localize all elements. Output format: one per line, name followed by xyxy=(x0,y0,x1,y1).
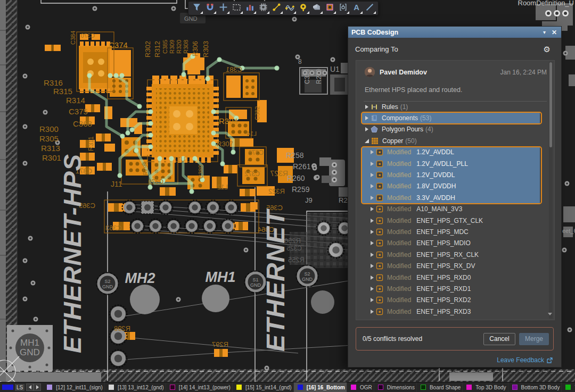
layer-tab[interactable]: [16] 16_Bottom xyxy=(294,382,347,392)
layer-tab[interactable]: Bottom 3D Body xyxy=(508,382,562,392)
collapsed-arrow-icon[interactable] xyxy=(371,276,374,280)
pcb-ref-label: R258 xyxy=(286,151,304,160)
tree-group-rules[interactable]: Rules(1) xyxy=(356,101,554,112)
toolbar-button[interactable] xyxy=(363,2,376,14)
tree-group-copper[interactable]: Copper(50) xyxy=(356,135,554,146)
collapsed-arrow-icon[interactable] xyxy=(371,150,374,154)
layer-tab[interactable]: To xyxy=(562,382,575,392)
layer-sets-button[interactable]: LS xyxy=(15,384,24,391)
pcb-ref-label: R255 xyxy=(288,256,305,264)
silkscreen-big-label: ETHERNET xyxy=(261,208,290,352)
collapsed-arrow-icon[interactable] xyxy=(365,116,368,120)
tree-item-ENET_HPS_RX_CLK[interactable]: ModifiedENET_HPS_RX_CLK xyxy=(356,249,554,260)
tree-item-1.8V_DVDDH[interactable]: Modified1.8V_DVDDH xyxy=(356,181,554,192)
collapsed-arrow-icon[interactable] xyxy=(371,184,374,188)
comparing-to-label: Comparing To xyxy=(355,45,544,53)
tree-item-ENET_HPS_RXD1[interactable]: ModifiedENET_HPS_RXD1 xyxy=(356,283,554,294)
pcb-ref-label: R259 xyxy=(292,185,310,194)
toolbar-button[interactable] xyxy=(243,2,257,14)
tree-item-1.2V_AVDDL[interactable]: Modified1.2V_AVDDL xyxy=(356,147,554,158)
item-status: Modified xyxy=(387,194,411,202)
layer-tab[interactable]: OGR xyxy=(347,382,374,392)
collapsed-arrow-icon[interactable] xyxy=(371,241,374,245)
comparison-tree: Rules(1)Components(53)Polygon Pours(4)Co… xyxy=(356,101,554,320)
layer-tab[interactable]: [15] 15_int14_(gnd) xyxy=(233,382,294,392)
item-net-name: ENET_HPS_RXD2 xyxy=(416,296,471,304)
tree-group-components[interactable]: Components(53) xyxy=(356,112,554,123)
scrollbar[interactable] xyxy=(549,62,553,319)
dropdown-corner-icon xyxy=(347,11,349,14)
panel-close-icon[interactable]: ✕ xyxy=(552,29,557,36)
scrollbar-thumb[interactable] xyxy=(549,62,552,147)
tree-item-ENET_HPS_RXD3[interactable]: ModifiedENET_HPS_RXD3 xyxy=(356,306,554,317)
pcb-ref-label: C368 xyxy=(73,119,92,128)
panel-header[interactable]: PCB CoDesign ▾ ✕ xyxy=(348,27,561,38)
tree-item-ENET_HPS_MDC[interactable]: ModifiedENET_HPS_MDC xyxy=(356,226,554,237)
layer-tab[interactable]: Dimensions xyxy=(374,382,417,392)
pcb-ref-label: R307 xyxy=(217,140,233,148)
layer-tab[interactable]: [13] 13_int12_(gnd) xyxy=(105,382,166,392)
collapsed-arrow-icon[interactable] xyxy=(371,207,374,211)
tree-group-polygon-pours[interactable]: Polygon Pours(4) xyxy=(356,124,554,135)
collapsed-arrow-icon[interactable] xyxy=(371,310,374,314)
toolbar-button[interactable] xyxy=(203,2,217,14)
tree-item-3.3V_AVDDH[interactable]: Modified3.3V_AVDDH xyxy=(356,192,554,203)
prev-layer-button[interactable] xyxy=(26,383,34,391)
tree-item-1.2V_AVDLL_PLL[interactable]: Modified1.2V_AVDLL_PLL xyxy=(356,158,554,169)
tree-item-1.2V_DVDDL[interactable]: Modified1.2V_DVDDL xyxy=(356,169,554,180)
panel-title: PCB CoDesign xyxy=(351,29,537,36)
dropdown-corner-icon xyxy=(280,11,283,14)
comparison-card: Pavel Demidov Jan 16, 2:24 PM Ethernet H… xyxy=(356,60,555,320)
collapsed-arrow-icon[interactable] xyxy=(371,264,374,268)
tree-item-ENET_HPS_RXD0[interactable]: ModifiedENET_HPS_RXD0 xyxy=(356,272,554,283)
collapsed-arrow-icon[interactable] xyxy=(371,173,374,177)
toolbar-button[interactable] xyxy=(297,2,310,14)
cancel-button[interactable]: Cancel xyxy=(483,333,515,345)
collapsed-arrow-icon[interactable] xyxy=(371,230,374,234)
dropdown-corner-icon xyxy=(213,11,216,14)
merge-button[interactable]: Merge xyxy=(519,333,549,345)
tree-item-ENET_HPS_GTX_CLK[interactable]: ModifiedENET_HPS_GTX_CLK xyxy=(356,215,554,226)
expanded-arrow-icon[interactable] xyxy=(365,139,369,143)
tree-item-A10_MAIN_3V3[interactable]: ModifiedA10_MAIN_3V3 xyxy=(356,204,554,215)
layer-tab[interactable]: Top 3D Body xyxy=(463,382,508,392)
layer-tab[interactable]: [14] 14_int13_(power) xyxy=(166,382,233,392)
collapsed-arrow-icon[interactable] xyxy=(371,287,374,291)
layer-color-swatch xyxy=(351,385,356,390)
pcb-ref-label: R309 xyxy=(169,40,175,54)
current-layer-color-box[interactable] xyxy=(2,385,13,390)
gear-icon[interactable]: ⚙ xyxy=(544,45,551,53)
tree-item-ENET_HPS_MDIO[interactable]: ModifiedENET_HPS_MDIO xyxy=(356,238,554,249)
toolbar-button[interactable] xyxy=(230,2,243,14)
tree-item-ENET_HPS_RXD2[interactable]: ModifiedENET_HPS_RXD2 xyxy=(356,295,554,306)
layer-tab[interactable]: Board Shape xyxy=(417,382,463,392)
collapsed-arrow-icon[interactable] xyxy=(371,162,374,166)
layer-tab[interactable]: [12] 12_int11_(sign) xyxy=(43,382,105,392)
panel-collapse-icon[interactable]: ▾ xyxy=(543,30,546,35)
item-status: Modified xyxy=(387,217,411,224)
collapsed-arrow-icon[interactable] xyxy=(371,196,374,200)
toolbar-button[interactable] xyxy=(336,2,350,14)
toolbar-button[interactable] xyxy=(270,2,283,14)
scroll-down-icon[interactable] xyxy=(548,313,552,315)
toolbar-button[interactable] xyxy=(257,2,270,14)
modified-icon xyxy=(376,274,383,281)
toolbar-button[interactable] xyxy=(323,2,336,14)
leave-feedback-link[interactable]: Leave Feedback xyxy=(497,356,553,364)
item-status: Modified xyxy=(387,160,411,168)
item-net-name: 1.2V_DVDDL xyxy=(416,171,455,179)
toolbar-button[interactable] xyxy=(190,2,203,14)
modified-icon xyxy=(376,148,383,156)
tree-item-ENET_HPS_RX_DV[interactable]: ModifiedENET_HPS_RX_DV xyxy=(356,260,554,271)
toolbar-button[interactable]: A xyxy=(350,2,363,14)
next-layer-button[interactable] xyxy=(34,383,41,391)
collapsed-arrow-icon[interactable] xyxy=(371,219,374,223)
toolbar-button[interactable] xyxy=(310,2,323,14)
toolbar-button[interactable] xyxy=(283,2,297,14)
pcb-ref-label: C370 xyxy=(81,32,95,39)
collapsed-arrow-icon[interactable] xyxy=(365,105,368,109)
collapsed-arrow-icon[interactable] xyxy=(371,253,374,257)
collapsed-arrow-icon[interactable] xyxy=(365,127,368,131)
toolbar-button[interactable] xyxy=(217,2,230,14)
collapsed-arrow-icon[interactable] xyxy=(371,298,374,302)
